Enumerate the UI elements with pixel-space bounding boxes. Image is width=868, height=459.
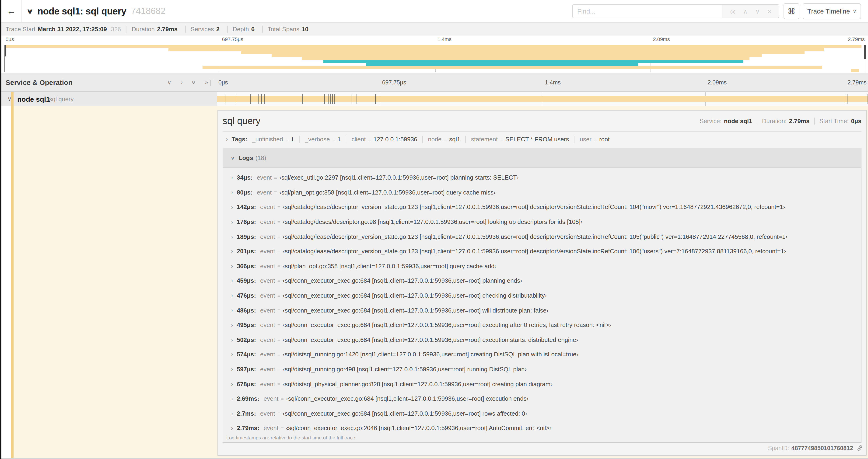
log-field-key: event <box>260 410 275 417</box>
log-entry-row[interactable]: › 176μs: event = ‹sql/catalog/descs/desc… <box>223 215 861 229</box>
log-timestamp: 495μs: <box>237 321 256 328</box>
collapse-one-icon[interactable]: ∨ <box>167 79 172 86</box>
collapse-all-icon[interactable]: » <box>190 81 197 84</box>
chevron-right-icon: › <box>226 136 228 143</box>
tags-toggle-row[interactable]: › Tags: _unfinished = 1 _verbose <box>218 132 866 147</box>
tag-key: _unfinished <box>252 136 283 143</box>
equals-sign: = <box>594 137 597 142</box>
summary-label: Service: <box>700 117 721 124</box>
log-entry-row[interactable]: › 678μs: event = ‹sql/distsql_physical_p… <box>223 377 861 391</box>
link-icon[interactable] <box>857 445 863 451</box>
log-entry-row[interactable]: › 2.7ms: event = ‹sql/conn_executor_exec… <box>223 406 861 421</box>
log-field-value: ‹sql/plan_opt.go:358 [nsql1,client=127.0… <box>279 189 496 196</box>
log-entry-row[interactable]: › 366μs: event = ‹sql/plan_opt.go:358 [n… <box>223 259 861 273</box>
summary-value: 2 <box>216 25 220 32</box>
span-detail-title: sql query <box>223 116 260 126</box>
log-tick-mark <box>847 94 847 104</box>
prev-match-icon[interactable]: ∧ <box>743 8 748 15</box>
log-entry-row[interactable]: › 574μs: event = ‹sql/distsql_running.go… <box>223 347 861 362</box>
summary-value: March 31 2022, 17:25:09 <box>38 25 107 32</box>
next-match-icon[interactable]: ∨ <box>755 8 760 15</box>
log-field-value: ‹sql/conn_executor_exec.go:2046 [nsql1,c… <box>286 425 552 432</box>
span-detail-panel: sql query Service: node sql1 Duration: 2… <box>217 110 867 456</box>
summary-label: Depth <box>232 25 249 32</box>
tag-item: client = 127.0.0.1:59936 <box>346 136 417 143</box>
log-entry-row[interactable]: › 2.79ms: event = ‹sql/conn_executor_exe… <box>223 421 861 435</box>
log-tick-mark <box>375 94 376 104</box>
log-entry-row[interactable]: › 34μs: event = ‹sql/exec_util.go:2297 [… <box>223 170 861 185</box>
minimap-canvas[interactable] <box>4 45 866 72</box>
span-expander-icon[interactable]: ∨ <box>7 96 12 102</box>
log-timestamp: 80μs: <box>237 189 253 196</box>
minimap-right-drag-handle[interactable] <box>864 45 866 59</box>
span-summary-item: Duration: 2.79ms <box>757 117 810 124</box>
log-entry-row[interactable]: › 189μs: event = ‹sql/catalog/lease/desc… <box>223 229 861 244</box>
summary-value: 2.79ms <box>157 25 178 32</box>
span-summary-item: Service: node sql1 <box>700 117 752 124</box>
log-entry-row[interactable]: › 495μs: event = ‹sql/conn_executor_exec… <box>223 318 861 332</box>
log-entry-row[interactable]: › 597μs: event = ‹sql/distsql_running.go… <box>223 362 861 376</box>
log-field-key: event <box>260 292 275 299</box>
tag-key: client <box>352 136 366 143</box>
log-field-value: ‹sql/conn_executor_exec.go:684 [nsql1,cl… <box>283 321 611 328</box>
span-duration-bar[interactable] <box>217 96 868 102</box>
timeline-tick-label: 1.4ms <box>545 79 561 86</box>
span-id-value: 4877749850101760812 <box>792 445 853 451</box>
log-entry-row[interactable]: › 476μs: event = ‹sql/conn_executor_exec… <box>223 288 861 303</box>
minimap-left-drag-handle[interactable] <box>5 45 6 57</box>
log-tick-mark <box>250 94 251 104</box>
equals-sign: = <box>277 234 280 239</box>
trace-summary-item: Total Spans 10 <box>262 25 311 32</box>
timeline-tick-label: 2.09ms <box>708 79 727 86</box>
tag-key: statement <box>471 136 498 143</box>
log-field-value: ‹sql/catalog/lease/descriptor_version_st… <box>283 248 786 255</box>
find-input[interactable] <box>572 5 722 18</box>
log-field-key: event <box>260 233 275 240</box>
view-selector-button[interactable]: Trace Timeline ∨ <box>803 3 861 19</box>
span-id-row: SpanID: 4877749850101760812 <box>218 443 866 453</box>
column-resize-handle[interactable] <box>211 80 213 86</box>
equals-sign: = <box>277 411 280 416</box>
timeline-tick-label: 2.09ms <box>653 36 670 42</box>
equals-sign: = <box>277 278 280 284</box>
log-field-value: ‹sql/conn_executor_exec.go:684 [nsql1,cl… <box>283 410 527 417</box>
log-timestamp: 486μs: <box>237 307 256 314</box>
summary-label: Start Time: <box>819 117 849 124</box>
keyboard-shortcuts-button[interactable]: ⌘ <box>783 3 799 19</box>
back-button[interactable]: ← <box>1 0 22 22</box>
log-entry-row[interactable]: › 142μs: event = ‹sql/catalog/lease/desc… <box>223 200 861 214</box>
logs-toggle-header[interactable]: ∨ Logs (18) <box>223 148 861 168</box>
equals-sign: = <box>277 352 280 357</box>
expand-all-icon[interactable]: » <box>205 79 208 86</box>
log-field-key: event <box>264 395 279 402</box>
equals-sign: = <box>274 175 277 181</box>
log-field-key: event <box>260 204 275 210</box>
chevron-right-icon: › <box>231 263 233 270</box>
timeline-column-header: Service & Operation ∨ › » » 0μs697.75μs1… <box>1 73 868 92</box>
locate-icon[interactable]: ◎ <box>730 8 736 15</box>
service-operation-header: Service & Operation <box>6 73 72 91</box>
log-entry-row[interactable]: › 80μs: event = ‹sql/plan_opt.go:358 [ns… <box>223 185 861 200</box>
log-field-key: event <box>260 381 275 387</box>
log-entry-row[interactable]: › 459μs: event = ‹sql/conn_executor_exec… <box>223 273 861 288</box>
chevron-right-icon: › <box>231 292 233 299</box>
log-field-key: event <box>260 248 275 255</box>
summary-value: node sql1 <box>724 117 752 124</box>
span-name-cell[interactable]: ∨ node sql1 sql query <box>1 92 217 106</box>
expand-one-icon[interactable]: › <box>181 79 183 86</box>
log-entry-row[interactable]: › 486μs: event = ‹sql/conn_executor_exec… <box>223 303 861 318</box>
clear-find-icon[interactable]: × <box>768 8 771 15</box>
equals-sign: = <box>277 366 280 372</box>
tag-key: _verbose <box>305 136 330 143</box>
trace-collapse-icon[interactable]: ∨ <box>26 7 34 15</box>
equals-sign: = <box>274 190 277 195</box>
minimap-span-bar <box>203 66 822 69</box>
summary-value: 10 <box>302 25 308 32</box>
log-entry-row[interactable]: › 502μs: event = ‹sql/conn_executor_exec… <box>223 332 861 347</box>
tag-value: root <box>599 136 610 143</box>
chevron-right-icon: › <box>231 189 233 196</box>
chevron-right-icon: › <box>231 425 233 432</box>
log-entry-row[interactable]: › 201μs: event = ‹sql/catalog/lease/desc… <box>223 244 861 259</box>
log-entry-row[interactable]: › 2.69ms: event = ‹sql/conn_executor_exe… <box>223 391 861 406</box>
minimap-span-bar <box>302 57 749 60</box>
